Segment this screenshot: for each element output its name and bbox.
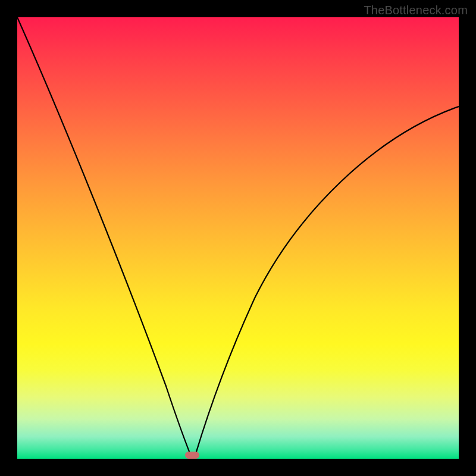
- bottleneck-curve: [17, 17, 459, 459]
- plot-area: [17, 17, 459, 459]
- bottleneck-marker: [185, 452, 199, 459]
- watermark-text: TheBottleneck.com: [364, 4, 468, 17]
